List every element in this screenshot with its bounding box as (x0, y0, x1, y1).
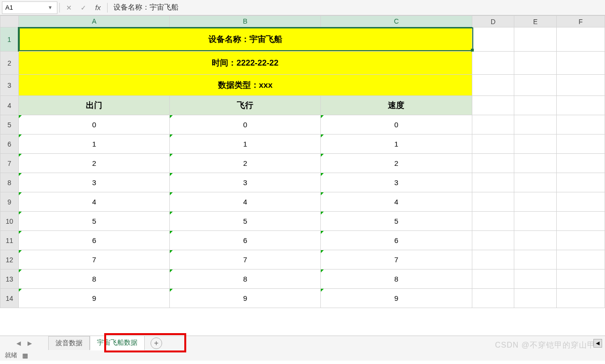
cell[interactable] (472, 212, 514, 231)
row-header[interactable]: 2 (0, 52, 19, 75)
data-cell[interactable]: 2 (170, 154, 321, 173)
column-header-cell[interactable]: 速度 (321, 96, 472, 115)
row-header[interactable]: 3 (0, 75, 19, 96)
data-cell[interactable]: 4 (321, 192, 472, 212)
chevron-down-icon[interactable]: ▼ (46, 5, 54, 10)
row-header[interactable]: 6 (0, 135, 19, 154)
data-cell[interactable]: 2 (321, 154, 472, 173)
data-cell[interactable]: 9 (321, 289, 472, 308)
data-cell[interactable]: 0 (321, 115, 472, 135)
col-header-A[interactable]: A (18, 16, 169, 27)
data-cell[interactable]: 1 (321, 135, 472, 154)
cell[interactable] (514, 96, 557, 115)
cell[interactable] (514, 154, 557, 173)
data-cell[interactable]: 1 (18, 135, 169, 154)
cell[interactable] (557, 135, 605, 154)
data-cell[interactable]: 2 (18, 154, 169, 173)
cell[interactable] (472, 231, 514, 250)
cell[interactable] (514, 75, 557, 96)
cell[interactable] (514, 115, 557, 135)
confirm-icon[interactable]: ✓ (76, 4, 91, 12)
data-cell[interactable]: 5 (18, 212, 169, 231)
cell[interactable] (557, 115, 605, 135)
data-cell[interactable]: 7 (321, 250, 472, 270)
data-cell[interactable]: 9 (18, 289, 169, 308)
cell[interactable] (514, 52, 557, 75)
cell[interactable] (557, 96, 605, 115)
cell[interactable] (514, 27, 557, 52)
formula-input[interactable]: 设备名称：宇宙飞船 (110, 1, 605, 14)
cell[interactable] (514, 135, 557, 154)
sheet-tab-1[interactable]: 波音数据 (48, 336, 90, 350)
data-cell[interactable]: 0 (18, 115, 169, 135)
row-header[interactable]: 13 (0, 270, 19, 289)
col-header-D[interactable]: D (472, 16, 514, 27)
column-header-cell[interactable]: 出门 (18, 96, 169, 115)
cell[interactable] (472, 250, 514, 270)
add-sheet-button[interactable]: + (151, 337, 162, 349)
merged-cell[interactable]: 数据类型：xxx (18, 75, 472, 96)
sheet-tab-2[interactable]: 宇宙飞船数据 (90, 336, 145, 351)
cell[interactable] (472, 154, 514, 173)
cell[interactable] (472, 96, 514, 115)
row-header[interactable]: 12 (0, 250, 19, 270)
cell[interactable] (557, 250, 605, 270)
nav-next-icon[interactable]: ▶ (28, 340, 32, 347)
row-header[interactable]: 1 (0, 27, 19, 52)
cell[interactable] (472, 192, 514, 212)
data-cell[interactable]: 9 (170, 289, 321, 308)
cell[interactable] (472, 289, 514, 308)
cell[interactable] (557, 270, 605, 289)
data-cell[interactable]: 8 (18, 270, 169, 289)
cell[interactable] (557, 27, 605, 52)
cell[interactable] (514, 173, 557, 192)
data-cell[interactable]: 5 (170, 212, 321, 231)
row-header[interactable]: 9 (0, 192, 19, 212)
data-cell[interactable]: 1 (170, 135, 321, 154)
merged-cell[interactable]: 时间：2222-22-22 (18, 52, 472, 75)
cell[interactable] (514, 270, 557, 289)
scroll-left-icon[interactable]: ◀ (593, 339, 602, 348)
row-header[interactable]: 7 (0, 154, 19, 173)
data-cell[interactable]: 3 (170, 173, 321, 192)
cell[interactable] (472, 115, 514, 135)
cell[interactable] (514, 250, 557, 270)
merged-cell[interactable]: 设备名称：宇宙飞船 (18, 27, 472, 52)
spreadsheet-grid[interactable]: ABCDEF1设备名称：宇宙飞船2时间：2222-22-223数据类型：xxx4… (0, 15, 605, 336)
row-header[interactable]: 5 (0, 115, 19, 135)
cell[interactable] (472, 52, 514, 75)
data-cell[interactable]: 7 (18, 250, 169, 270)
fx-icon[interactable]: fx (91, 3, 105, 12)
cell[interactable] (514, 289, 557, 308)
col-header-E[interactable]: E (514, 16, 557, 27)
data-cell[interactable]: 8 (321, 270, 472, 289)
cancel-icon[interactable]: ✕ (62, 4, 76, 12)
cell[interactable] (557, 212, 605, 231)
row-header[interactable]: 10 (0, 212, 19, 231)
cell[interactable] (472, 75, 514, 96)
data-cell[interactable]: 7 (170, 250, 321, 270)
data-cell[interactable]: 0 (170, 115, 321, 135)
data-cell[interactable]: 5 (321, 212, 472, 231)
name-box[interactable]: A1 ▼ (2, 1, 57, 14)
cell[interactable] (557, 289, 605, 308)
cell[interactable] (557, 75, 605, 96)
cell[interactable] (472, 270, 514, 289)
cell[interactable] (514, 192, 557, 212)
col-header-C[interactable]: C (321, 16, 472, 27)
cell[interactable] (557, 154, 605, 173)
data-cell[interactable]: 8 (170, 270, 321, 289)
cell[interactable] (557, 52, 605, 75)
column-header-cell[interactable]: 飞行 (170, 96, 321, 115)
row-header[interactable]: 11 (0, 231, 19, 250)
row-header[interactable]: 8 (0, 173, 19, 192)
data-cell[interactable]: 3 (321, 173, 472, 192)
row-header[interactable]: 14 (0, 289, 19, 308)
cell[interactable] (557, 192, 605, 212)
col-header-B[interactable]: B (170, 16, 321, 27)
data-cell[interactable]: 4 (170, 192, 321, 212)
data-cell[interactable]: 3 (18, 173, 169, 192)
nav-prev-icon[interactable]: ◀ (16, 340, 21, 347)
cell[interactable] (514, 231, 557, 250)
cell[interactable] (557, 173, 605, 192)
